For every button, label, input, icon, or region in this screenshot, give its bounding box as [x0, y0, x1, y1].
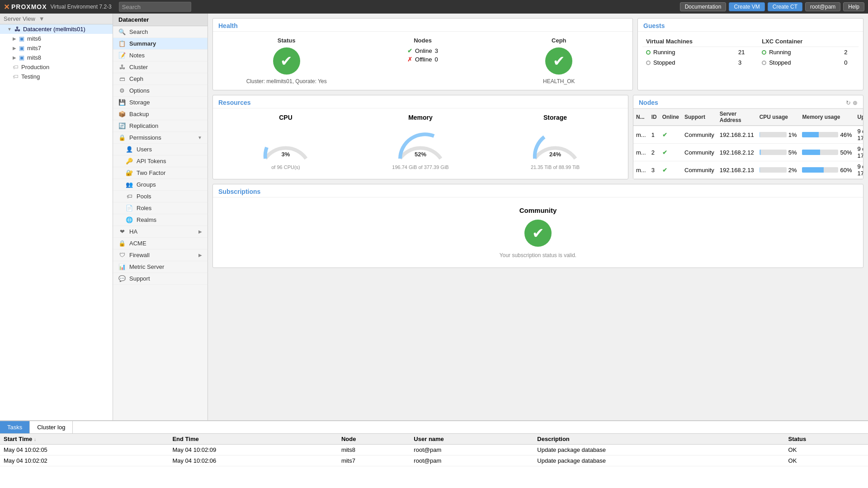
nav-realms[interactable]: 🌐 Realms	[113, 214, 208, 226]
expand-icon: ▶	[13, 55, 16, 60]
nodes-table: N... ID Online Support Server Address CP…	[633, 108, 863, 179]
storage-gauge: 24%	[528, 125, 582, 161]
nav-cluster[interactable]: 🖧 Cluster	[113, 61, 208, 73]
nav-options[interactable]: ⚙ Options	[113, 85, 208, 97]
firewall-icon: 🛡	[118, 252, 126, 258]
svg-text:52%: 52%	[415, 151, 426, 158]
datacenter-label: Datacenter (mellmits01)	[23, 26, 85, 33]
memory-col: Memory 52% 196.74 GiB of 377.39 GiB	[353, 114, 488, 170]
nav-metric-server[interactable]: 📊 Metric Server	[113, 261, 208, 273]
nav-notes[interactable]: 📝 Notes	[113, 50, 208, 61]
nav-users[interactable]: 👤 Users	[113, 144, 208, 155]
subs-check-icon: ✔	[524, 220, 552, 247]
node-cpu-cell: 1%	[757, 126, 800, 144]
task-start: May 04 10:02:05	[0, 445, 169, 455]
nav-acme[interactable]: 🔒 ACME	[113, 238, 208, 249]
nav-replication[interactable]: 🔄 Replication	[113, 120, 208, 132]
refresh-icon[interactable]: ↻	[846, 99, 851, 106]
search-input[interactable]	[119, 2, 191, 12]
nav-backup[interactable]: 📦 Backup	[113, 108, 208, 120]
search-box[interactable]	[119, 2, 191, 12]
task-desc: Update package database	[533, 455, 784, 466]
sidebar-item-mits7[interactable]: ▶ ▣ mits7	[0, 43, 113, 53]
content-area: Health Status ✔ Cluster: mellmits01, Quo…	[208, 14, 868, 420]
resources-content: CPU 3% of 96 CPU(s) Memory	[213, 108, 628, 175]
node-cpu-cell: 5%	[757, 144, 800, 161]
nodes-col-title: Nodes	[414, 37, 432, 44]
settings-icon[interactable]: ⊕	[853, 99, 858, 106]
task-node: mits7	[338, 455, 410, 466]
col-start-time[interactable]: Start Time ↓	[0, 434, 169, 445]
create-ct-button[interactable]: Create CT	[768, 2, 802, 11]
nav-options-label: Options	[129, 87, 150, 94]
status-check-icon: ✔	[273, 47, 300, 75]
node-id-cell: 3	[649, 161, 660, 179]
subscriptions-row: Subscriptions Community ✔ Your subscript…	[212, 184, 863, 268]
tasks-table-wrap: Start Time ↓ End Time Node User name Des…	[0, 434, 868, 488]
user-button[interactable]: root@pam	[805, 2, 840, 11]
nav-backup-label: Backup	[129, 111, 149, 117]
node-address-cell: 192.168.2.11	[717, 126, 757, 144]
tasks-area: Tasks Cluster log Start Time ↓ End Time …	[0, 420, 868, 488]
offline-count: 0	[434, 56, 438, 63]
node-online-cell: ✔	[660, 144, 682, 161]
nav-api-tokens[interactable]: 🔑 API Tokens	[113, 155, 208, 167]
community-label: Community	[519, 206, 557, 214]
tab-tasks[interactable]: Tasks	[0, 421, 30, 433]
vm-stopped-count: 3	[735, 57, 758, 68]
ceph-status: HEALTH_OK	[543, 78, 575, 84]
cpu-gauge: 3%	[259, 125, 313, 161]
cpu-pct: 5%	[788, 149, 797, 156]
sidebar-item-mits8[interactable]: ▶ ▣ mits8	[0, 53, 113, 62]
expand-icon: ▶	[13, 46, 16, 51]
nav-realms-label: Realms	[137, 216, 156, 223]
help-button[interactable]: Help	[843, 2, 864, 11]
options-icon: ⚙	[118, 87, 126, 94]
nav-storage[interactable]: 💾 Storage	[113, 97, 208, 108]
table-row: m... 2 ✔ Community 192.168.2.12 5% 50% 9…	[633, 144, 863, 161]
offline-x-icon: ✗	[407, 56, 412, 63]
memory-bar-wrap	[802, 132, 838, 137]
topbar-actions: Documentation Create VM Create CT root@p…	[680, 2, 864, 11]
nav-groups-label: Groups	[137, 181, 156, 188]
nav-two-factor[interactable]: 🔐 Two Factor	[113, 167, 208, 179]
nav-roles[interactable]: 📄 Roles	[113, 202, 208, 214]
resources-title: Resources	[213, 95, 628, 108]
tab-cluster-log[interactable]: Cluster log	[30, 421, 73, 433]
summary-icon: 📋	[118, 40, 126, 47]
memory-label: Memory	[408, 114, 433, 121]
sort-icon: ↓	[34, 437, 36, 442]
nav-firewall[interactable]: 🛡 Firewall ▶	[113, 249, 208, 261]
guests-title: Guests	[638, 19, 863, 32]
nav-permissions[interactable]: 🔒 Permissions ▼	[113, 132, 208, 144]
vm-stopped-dot	[646, 61, 651, 65]
offline-label: Offline	[415, 56, 432, 63]
online-row: ✔ Online 3	[407, 47, 438, 54]
svg-text:24%: 24%	[549, 151, 561, 158]
create-vm-button[interactable]: Create VM	[729, 2, 764, 11]
datacenter-item[interactable]: ▼ 🖧 Datacenter (mellmits01)	[0, 24, 113, 34]
middle-nav: Datacenter 🔍 Search 📋 Summary 📝 Notes 🖧 …	[113, 14, 208, 420]
sidebar-item-mits6[interactable]: ▶ ▣ mits6	[0, 34, 113, 43]
sidebar-item-production[interactable]: 🏷 Production	[0, 62, 113, 72]
nav-summary[interactable]: 📋 Summary	[113, 38, 208, 50]
sidebar-item-testing[interactable]: 🏷 Testing	[0, 72, 113, 81]
firewall-expand-icon: ▶	[198, 253, 202, 258]
nav-ceph[interactable]: 🗃 Ceph	[113, 73, 208, 85]
vm-running-count: 21	[735, 47, 758, 58]
nav-search[interactable]: 🔍 Search	[113, 26, 208, 38]
nav-groups[interactable]: 👥 Groups	[113, 179, 208, 191]
node-address-cell: 192.168.2.12	[717, 144, 757, 161]
documentation-button[interactable]: Documentation	[680, 2, 726, 11]
nav-pools[interactable]: 🏷 Pools	[113, 191, 208, 202]
nav-support[interactable]: 💬 Support	[113, 273, 208, 285]
nav-ha[interactable]: ❤ HA ▶	[113, 226, 208, 238]
health-nodes-col: Nodes ✔ Online 3 ✗ Offline	[354, 37, 491, 84]
node-name-cell: m...	[633, 144, 649, 161]
health-title: Health	[213, 19, 632, 32]
memory-bar-wrap	[802, 150, 838, 155]
task-node: mits8	[338, 445, 410, 455]
permissions-expand-icon: ▼	[198, 135, 202, 140]
col-status: Status	[785, 434, 868, 445]
tasks-tbody: May 04 10:02:05 May 04 10:02:09 mits8 ro…	[0, 445, 868, 466]
